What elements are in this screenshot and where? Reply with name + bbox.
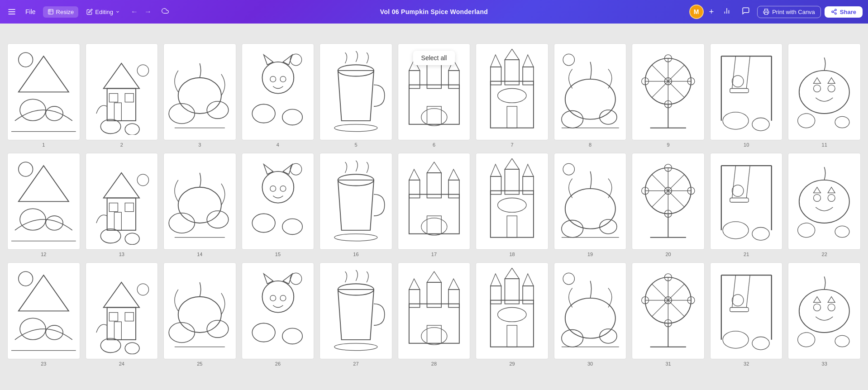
page-thumbnail[interactable] — [7, 262, 80, 359]
svg-marker-50 — [491, 55, 501, 67]
page-item[interactable]: 17 — [398, 153, 471, 257]
editing-button[interactable]: Editing — [82, 6, 124, 18]
page-thumbnail[interactable] — [554, 153, 627, 250]
page-thumbnail[interactable] — [7, 43, 80, 140]
page-thumbnail[interactable] — [86, 262, 158, 359]
resize-button[interactable]: Resize — [43, 6, 79, 18]
svg-marker-235 — [828, 296, 835, 302]
page-item[interactable]: 1 — [7, 43, 80, 147]
file-button[interactable]: File — [22, 6, 39, 17]
svg-marker-14 — [19, 56, 69, 92]
page-thumbnail[interactable] — [632, 153, 705, 250]
page-item[interactable]: 23 — [7, 262, 80, 366]
page-thumbnail[interactable] — [632, 262, 705, 359]
page-item[interactable]: 26 — [242, 262, 315, 366]
page-thumbnail[interactable] — [788, 262, 861, 359]
page-item[interactable]: 25 — [163, 262, 236, 366]
page-item[interactable]: 12 — [7, 153, 80, 257]
page-thumbnail[interactable] — [398, 262, 471, 359]
page-item[interactable]: 7 — [476, 43, 548, 147]
page-thumbnail[interactable] — [242, 43, 315, 140]
page-item[interactable]: 18 — [476, 153, 548, 257]
svg-point-163 — [19, 271, 33, 286]
page-thumbnail[interactable] — [242, 262, 315, 359]
share-button[interactable]: Share — [825, 6, 863, 18]
page-thumbnail[interactable] — [320, 262, 392, 359]
svg-point-101 — [169, 213, 195, 233]
undo-button[interactable]: ← — [128, 6, 141, 18]
svg-point-88 — [19, 162, 33, 176]
page-thumbnail[interactable] — [163, 262, 236, 359]
page-item[interactable]: 4 — [242, 43, 315, 147]
svg-point-79 — [723, 112, 749, 129]
save-cloud-button[interactable] — [158, 5, 172, 19]
page-thumbnail[interactable] — [554, 43, 627, 140]
redo-button[interactable]: → — [142, 6, 154, 18]
page-item[interactable]: 9 — [632, 43, 705, 147]
page-item[interactable]: 11 — [788, 43, 861, 147]
page-item[interactable]: 32 — [710, 262, 783, 366]
page-item[interactable]: 10 — [710, 43, 783, 147]
page-thumbnail[interactable] — [476, 262, 548, 359]
analytics-button[interactable] — [719, 5, 734, 19]
page-thumbnail[interactable] — [320, 153, 392, 250]
page-item[interactable]: 27 — [320, 262, 392, 366]
svg-marker-200 — [491, 274, 501, 286]
svg-rect-169 — [114, 322, 122, 340]
page-thumbnail[interactable] — [788, 153, 861, 250]
svg-point-205 — [498, 307, 526, 322]
page-thumbnail[interactable] — [398, 153, 471, 250]
page-item[interactable]: 29 — [476, 262, 548, 366]
page-thumbnail[interactable] — [476, 153, 548, 250]
page-item[interactable]: 3 — [163, 43, 236, 147]
page-thumbnail[interactable] — [632, 43, 705, 140]
page-item[interactable]: 2 — [86, 43, 158, 147]
page-item[interactable]: 16 — [320, 153, 392, 257]
svg-line-226 — [746, 275, 750, 307]
print-button[interactable]: Print with Canva — [757, 6, 821, 18]
page-item[interactable]: 5 — [320, 43, 392, 147]
page-item[interactable]: 21 — [710, 153, 783, 257]
svg-rect-3 — [48, 10, 53, 14]
page-thumbnail[interactable] — [86, 153, 158, 250]
page-item[interactable]: 24 — [86, 262, 158, 366]
page-item[interactable]: 20 — [632, 153, 705, 257]
page-item[interactable]: 14 — [163, 153, 236, 257]
add-collaborator-button[interactable]: + — [707, 6, 716, 18]
menu-button[interactable] — [5, 5, 18, 18]
page-item[interactable]: 13 — [86, 153, 158, 257]
share-label: Share — [840, 9, 856, 15]
page-thumbnail[interactable] — [554, 262, 627, 359]
page-thumbnail[interactable] — [86, 43, 158, 140]
page-thumbnail[interactable] — [242, 153, 315, 250]
svg-rect-204 — [507, 325, 517, 347]
page-thumbnail[interactable] — [788, 43, 861, 140]
page-thumbnail[interactable] — [163, 153, 236, 250]
page-item[interactable]: 28 — [398, 262, 471, 366]
svg-point-181 — [270, 295, 276, 301]
comment-button[interactable] — [738, 5, 754, 19]
page-item[interactable]: 19 — [554, 153, 627, 257]
svg-rect-54 — [507, 106, 517, 128]
page-item[interactable]: 30 — [554, 262, 627, 366]
page-item[interactable]: 31 — [632, 262, 705, 366]
page-thumbnail[interactable] — [163, 43, 236, 140]
page-thumbnail[interactable] — [710, 43, 783, 140]
svg-marker-193 — [448, 279, 459, 290]
document-title: Vol 06 Pumpkin Spice Wonderland — [380, 8, 488, 15]
svg-rect-49 — [523, 67, 534, 85]
page-item[interactable]: 8 — [554, 43, 627, 147]
page-item[interactable]: 15 — [242, 153, 315, 257]
page-item[interactable]: 33 — [788, 262, 861, 366]
page-thumbnail[interactable] — [476, 43, 548, 140]
svg-marker-119 — [427, 162, 441, 173]
page-thumbnail[interactable] — [320, 43, 392, 140]
page-thumbnail[interactable] — [710, 262, 783, 359]
svg-point-209 — [563, 273, 574, 284]
svg-marker-164 — [19, 275, 69, 311]
page-item[interactable]: 22 — [788, 153, 861, 257]
avatar[interactable]: M — [689, 5, 704, 19]
select-all-button[interactable]: Select all — [413, 51, 455, 65]
page-thumbnail[interactable] — [7, 153, 80, 250]
page-thumbnail[interactable] — [710, 153, 783, 250]
